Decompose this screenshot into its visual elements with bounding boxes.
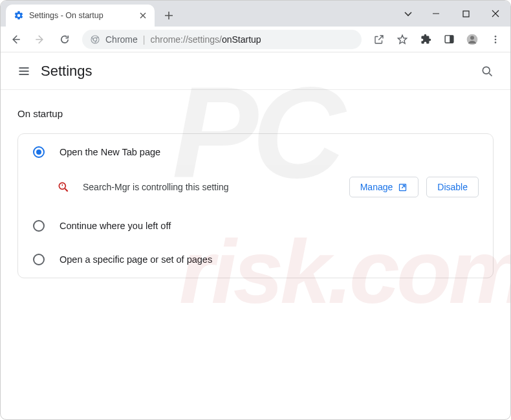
tab-search-button[interactable] xyxy=(395,1,421,27)
bookmark-button[interactable] xyxy=(391,28,413,50)
extension-search-icon xyxy=(57,181,70,193)
settings-header: Settings xyxy=(1,52,510,90)
extensions-button[interactable] xyxy=(415,28,437,50)
svg-rect-0 xyxy=(463,11,469,17)
svg-point-12 xyxy=(36,149,41,155)
settings-content: On startup Open the New Tab page Search-… xyxy=(1,90,510,296)
omnibox-chip: Chrome xyxy=(105,34,138,45)
option-label: Open the New Tab page xyxy=(60,147,160,157)
search-button[interactable] xyxy=(474,58,500,84)
svg-point-7 xyxy=(495,36,497,38)
omnibox-separator: | xyxy=(143,34,146,45)
minimize-button[interactable] xyxy=(421,1,451,27)
page-title: Settings xyxy=(41,63,92,80)
option-label: Open a specific page or set of pages xyxy=(60,254,212,265)
maximize-button[interactable] xyxy=(451,1,481,27)
manage-label: Manage xyxy=(360,182,393,192)
svg-point-15 xyxy=(34,221,44,231)
manage-button[interactable]: Manage xyxy=(349,177,419,197)
svg-point-10 xyxy=(483,67,490,74)
extension-notice: Search-Mgr is controlling this setting M… xyxy=(18,169,493,209)
section-title: On startup xyxy=(17,108,494,119)
forward-button[interactable] xyxy=(29,28,51,50)
option-specific-pages[interactable]: Open a specific page or set of pages xyxy=(18,243,493,276)
menu-icon[interactable] xyxy=(11,58,37,84)
extension-notice-text: Search-Mgr is controlling this setting xyxy=(83,182,229,192)
tab-title: Settings - On startup xyxy=(29,11,103,20)
close-tab-icon[interactable] xyxy=(138,10,148,21)
radio-selected-icon xyxy=(32,146,45,159)
window-controls xyxy=(395,1,510,27)
radio-unselected-icon xyxy=(32,219,45,232)
svg-point-8 xyxy=(495,38,497,40)
startup-options-card: Open the New Tab page Search-Mgr is cont… xyxy=(17,133,494,278)
menu-button[interactable] xyxy=(484,28,506,50)
new-tab-button[interactable] xyxy=(160,6,178,25)
share-button[interactable] xyxy=(368,28,390,50)
disable-button[interactable]: Disable xyxy=(426,177,479,197)
option-continue[interactable]: Continue where you left off xyxy=(18,209,493,243)
option-new-tab[interactable]: Open the New Tab page xyxy=(18,135,493,169)
side-panel-button[interactable] xyxy=(438,28,460,50)
omnibox-url: chrome://settings/onStartup xyxy=(150,34,261,45)
profile-button[interactable] xyxy=(461,28,483,50)
chrome-icon xyxy=(90,34,100,45)
svg-point-16 xyxy=(34,254,44,265)
svg-point-6 xyxy=(470,36,474,39)
svg-point-13 xyxy=(59,182,65,189)
back-button[interactable] xyxy=(5,28,27,50)
svg-point-9 xyxy=(495,41,497,43)
option-label: Continue where you left off xyxy=(60,221,171,231)
browser-toolbar: Chrome | chrome://settings/onStartup xyxy=(1,27,510,52)
open-external-icon xyxy=(398,182,408,192)
svg-rect-4 xyxy=(450,36,453,43)
reload-button[interactable] xyxy=(54,28,76,50)
browser-tab[interactable]: Settings - On startup xyxy=(6,5,155,27)
disable-label: Disable xyxy=(437,182,468,192)
radio-unselected-icon xyxy=(32,253,45,266)
address-bar[interactable]: Chrome | chrome://settings/onStartup xyxy=(82,30,362,49)
gear-icon xyxy=(14,10,24,21)
close-window-button[interactable] xyxy=(481,1,510,27)
